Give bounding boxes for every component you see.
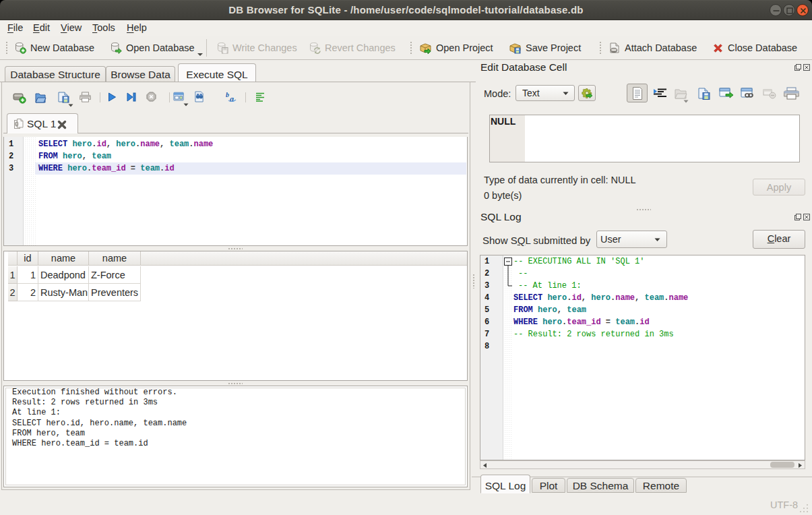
svg-text:a: a — [230, 94, 234, 103]
svg-text:b: b — [226, 92, 229, 98]
